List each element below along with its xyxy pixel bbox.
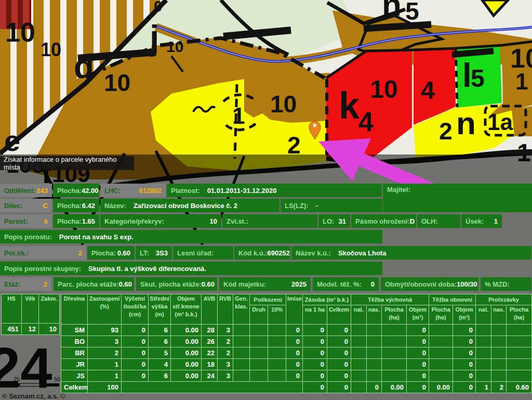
svg-text:5: 5 bbox=[405, 0, 419, 25]
svg-text:0: 0 bbox=[154, 0, 163, 15]
col-to-plocha: Plocha (ha) bbox=[429, 305, 453, 325]
field-olh: OLH: bbox=[417, 214, 460, 228]
colgroup-tezba-vychovna: Těžba výchovná bbox=[351, 294, 429, 305]
value-cell: 3 bbox=[218, 370, 233, 382]
field-popis-porostu: Popis porostu: Porost na svahu S exp. bbox=[0, 230, 382, 243]
value-cell bbox=[476, 325, 491, 336]
field-label: OLH: bbox=[421, 217, 438, 225]
value-cell bbox=[382, 370, 407, 382]
value-cell: 0 bbox=[453, 336, 476, 347]
field-plocha-porost: Plocha: 1.65 bbox=[53, 214, 99, 228]
value-cell: 0.00 bbox=[171, 359, 202, 370]
total-value-cell: 0 bbox=[367, 382, 382, 393]
map-tooltip: Získat informace o parcele vybraného mís… bbox=[0, 156, 134, 170]
field-value: 6.42 bbox=[82, 202, 95, 210]
value-cell bbox=[491, 325, 507, 336]
field-value: C bbox=[43, 202, 48, 210]
value-cell: 0 bbox=[327, 359, 351, 370]
app-screen: 10 10 0 d 10 j 10 n 5 e 108 f 109 1 10 2… bbox=[0, 0, 532, 400]
field-porsk: Por.sk.: 2 bbox=[0, 246, 86, 260]
value-cell: 0 bbox=[407, 347, 429, 359]
colgroup-tezba-obnovni: Těžba obnovní bbox=[429, 294, 476, 305]
svg-text:10: 10 bbox=[166, 38, 183, 55]
col-objem-kmene: Objem stř.kmene (m³ b.k.) bbox=[171, 294, 202, 325]
col-pr-nal: nal. bbox=[476, 305, 491, 325]
col-druh: Druh bbox=[250, 305, 268, 325]
value-cell: 6 bbox=[149, 370, 171, 382]
col-pr-plocha: Plocha (ha) bbox=[507, 305, 532, 325]
col-imise: Imise bbox=[286, 294, 303, 325]
col-rvb: RVB bbox=[218, 294, 233, 325]
value-cell: 24 bbox=[202, 370, 218, 382]
field-label: Popis porostní skupiny: bbox=[4, 265, 81, 273]
colgroup-poskozeni: Poškození bbox=[250, 294, 286, 305]
zakm-value: 10 bbox=[39, 324, 60, 335]
field-dilec: Dílec: C bbox=[0, 199, 52, 212]
col-tv-plocha: Plocha (ha) bbox=[382, 305, 407, 325]
value-cell bbox=[476, 359, 491, 370]
value-cell bbox=[491, 347, 507, 359]
table-row: JS1060.0024300000 bbox=[61, 370, 532, 382]
field-label: Plocha: bbox=[91, 249, 116, 257]
value-cell bbox=[507, 336, 532, 347]
table-row: BO3060.0026200000 bbox=[61, 336, 532, 347]
field-plocha-oddeleni: Plocha: 42.00 bbox=[53, 184, 99, 197]
field-value: 0.60 bbox=[202, 280, 215, 288]
field-label: Obmýtí/obnovní doba: bbox=[385, 280, 457, 288]
value-cell bbox=[250, 359, 268, 370]
value-cell bbox=[367, 336, 382, 347]
field-label: Model. těž. %: bbox=[317, 280, 362, 288]
value-cell: 0 bbox=[122, 370, 149, 382]
value-cell: 0 bbox=[327, 347, 351, 359]
value-cell bbox=[351, 336, 367, 347]
col-gen-klas: Gen. klas. bbox=[233, 294, 250, 325]
value-cell bbox=[491, 359, 507, 370]
value-cell: 0 bbox=[407, 325, 429, 336]
field-lo: LO: 31 bbox=[318, 214, 350, 228]
value-cell: 3 bbox=[218, 359, 233, 370]
col-drevina: Dřevina bbox=[61, 294, 88, 325]
value-cell bbox=[233, 336, 250, 347]
value-cell: 0 bbox=[327, 325, 351, 336]
value-cell bbox=[507, 325, 532, 336]
field-value: 2 bbox=[78, 249, 82, 257]
value-cell bbox=[250, 347, 268, 359]
value-cell bbox=[351, 359, 367, 370]
species-cell: JR bbox=[61, 359, 88, 370]
value-cell bbox=[367, 370, 382, 382]
value-cell: 3 bbox=[218, 325, 233, 336]
col-zakm: Zakm. bbox=[39, 294, 60, 324]
svg-text:d: d bbox=[74, 48, 94, 85]
field-lhc: LHC: 612802 bbox=[100, 184, 166, 197]
field-value: 3S3 bbox=[156, 249, 168, 257]
field-zvlst: Zvl.st.: bbox=[222, 214, 317, 228]
field-value: 612802 bbox=[139, 187, 162, 195]
tooltip-text: Získat informace o parcele vybraného mís… bbox=[4, 156, 134, 171]
value-cell: 5 bbox=[149, 347, 171, 359]
value-cell: 0 bbox=[327, 336, 351, 347]
field-label: Platnost: bbox=[171, 187, 200, 195]
field-label: Kód majetku: bbox=[223, 280, 266, 288]
total-value-cell: 0 bbox=[407, 382, 429, 393]
value-cell bbox=[233, 370, 250, 382]
field-label: Popis porostu: bbox=[4, 233, 52, 241]
value-cell bbox=[429, 370, 453, 382]
field-value: Skupina tl. a výškově diferencovaná. bbox=[88, 265, 206, 273]
field-oddeleni: Oddělení: 243 bbox=[0, 184, 52, 197]
value-cell: 0 bbox=[453, 359, 476, 370]
value-cell bbox=[351, 370, 367, 382]
value-cell: 0 bbox=[453, 325, 476, 336]
field-label: Kód k.ú.: bbox=[238, 249, 268, 257]
field-model-tez: Model. těž. %: 0 bbox=[313, 277, 379, 291]
table-total-row: Celkem:1000000.0000.000120.60 bbox=[61, 382, 532, 393]
colgroup-zasoba: Zásoba (m³ b.k.) bbox=[303, 294, 351, 305]
total-value-cell: 0.00 bbox=[429, 382, 453, 393]
value-cell bbox=[429, 336, 453, 347]
value-cell: 0.00 bbox=[171, 370, 202, 382]
value-cell: 0 bbox=[286, 325, 303, 336]
value-cell: 28 bbox=[202, 325, 218, 336]
svg-text:1a: 1a bbox=[487, 109, 513, 135]
field-majitel: Majitel: bbox=[383, 184, 532, 212]
table-row: JR1040.0018300000 bbox=[61, 359, 532, 370]
value-cell bbox=[491, 370, 507, 382]
